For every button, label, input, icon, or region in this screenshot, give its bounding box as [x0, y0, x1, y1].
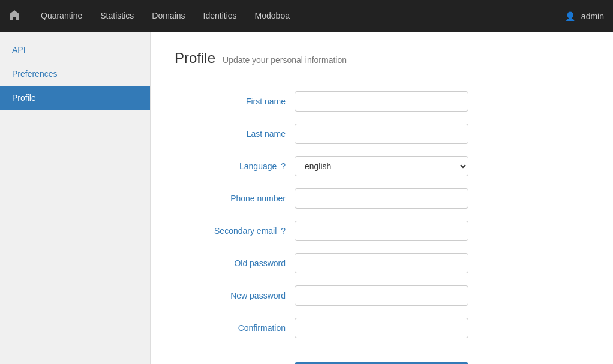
- language-select[interactable]: english french spanish german: [295, 156, 468, 176]
- last-name-group: Last name: [175, 124, 589, 144]
- first-name-input[interactable]: [295, 91, 468, 112]
- navbar: Quarantine Statistics Domains Identities…: [0, 0, 613, 32]
- sidebar-item-preferences[interactable]: Preferences: [0, 62, 150, 86]
- submit-group: Update: [175, 350, 589, 364]
- secondary-email-help-icon[interactable]: ?: [281, 226, 286, 236]
- sidebar: API Preferences Profile: [0, 32, 151, 364]
- old-password-input[interactable]: [295, 253, 468, 273]
- sidebar-item-api[interactable]: API: [0, 38, 150, 62]
- nav-menu: Quarantine Statistics Domains Identities…: [32, 0, 565, 32]
- secondary-email-label: Secondary email ?: [175, 226, 295, 236]
- confirmation-label: Confirmation: [175, 323, 295, 333]
- language-help-icon[interactable]: ?: [281, 161, 286, 171]
- nav-domains[interactable]: Domains: [143, 0, 194, 32]
- page-layout: API Preferences Profile Profile Update y…: [0, 32, 613, 364]
- username-label: admin: [581, 11, 604, 21]
- first-name-group: First name: [175, 91, 589, 112]
- old-password-label: Old password: [175, 258, 295, 268]
- first-name-label: First name: [175, 97, 295, 106]
- user-menu[interactable]: admin: [565, 11, 604, 21]
- last-name-input[interactable]: [295, 124, 468, 144]
- language-label: Language ?: [175, 161, 295, 171]
- page-title: Profile: [175, 50, 215, 67]
- phone-input[interactable]: [295, 188, 468, 209]
- secondary-email-group: Secondary email ?: [175, 221, 589, 241]
- confirmation-input[interactable]: [295, 318, 468, 338]
- profile-form: First name Last name Language ? english …: [175, 91, 589, 364]
- nav-identities[interactable]: Identities: [194, 0, 246, 32]
- page-subtitle: Update your personal information: [223, 55, 347, 65]
- old-password-group: Old password: [175, 253, 589, 273]
- nav-quarantine[interactable]: Quarantine: [32, 0, 91, 32]
- phone-group: Phone number: [175, 188, 589, 209]
- language-group: Language ? english french spanish german: [175, 156, 589, 176]
- new-password-input[interactable]: [295, 285, 468, 306]
- nav-statistics[interactable]: Statistics: [91, 0, 143, 32]
- last-name-label: Last name: [175, 129, 295, 139]
- user-icon: [565, 11, 578, 21]
- sidebar-item-profile[interactable]: Profile: [0, 86, 150, 110]
- page-header: Profile Update your personal information: [175, 50, 589, 73]
- secondary-email-input[interactable]: [295, 221, 468, 241]
- phone-label: Phone number: [175, 194, 295, 203]
- new-password-label: New password: [175, 291, 295, 300]
- new-password-group: New password: [175, 285, 589, 306]
- home-icon[interactable]: [9, 10, 20, 22]
- nav-modoboa[interactable]: Modoboa: [246, 0, 299, 32]
- main-content: Profile Update your personal information…: [151, 32, 613, 364]
- confirmation-group: Confirmation: [175, 318, 589, 338]
